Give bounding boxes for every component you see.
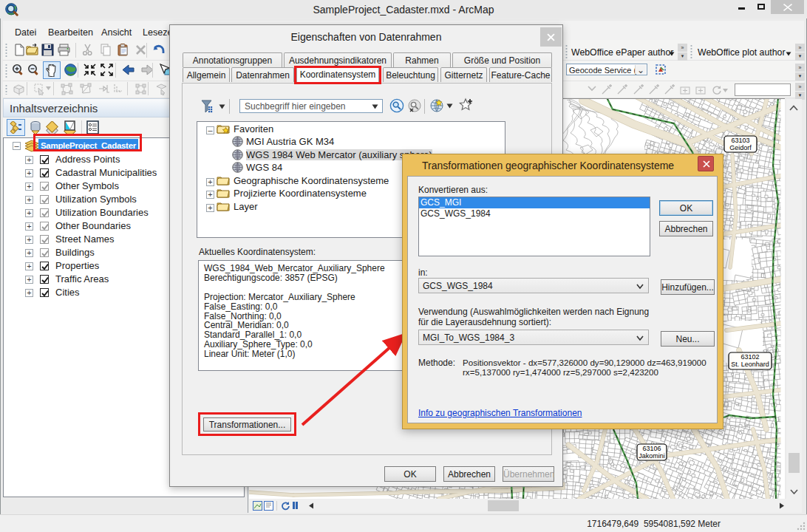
svg-text:63102: 63102 xyxy=(740,353,759,361)
svg-text:Jakomini: Jakomini xyxy=(639,452,665,460)
svg-text:63106: 63106 xyxy=(642,445,661,452)
svg-text:63103: 63103 xyxy=(731,137,749,144)
svg-text:Geidorf: Geidorf xyxy=(729,144,752,151)
svg-text:St. Leonhard: St. Leonhard xyxy=(731,361,769,368)
